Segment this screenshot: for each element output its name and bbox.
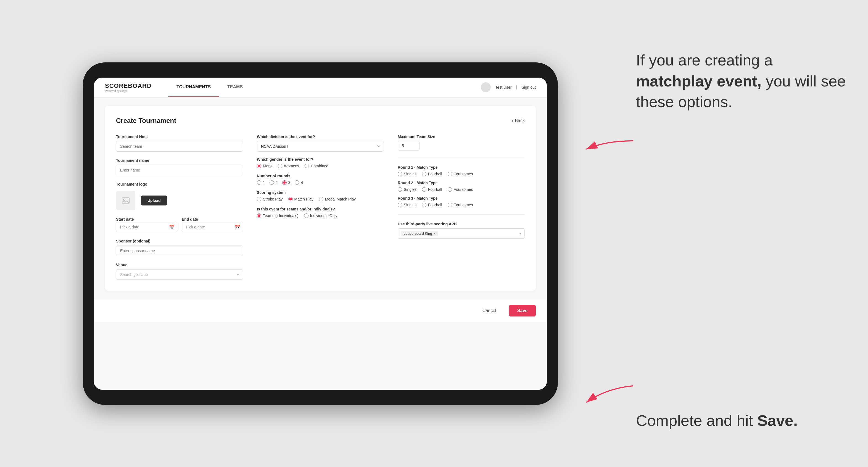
sign-out-link[interactable]: Sign out <box>522 85 536 90</box>
individuals-option[interactable]: Individuals Only <box>304 214 338 218</box>
scoring-match[interactable]: Match Play <box>288 197 313 201</box>
logo-placeholder <box>116 191 135 210</box>
division-group: Which division is the event for? NCAA Di… <box>257 134 384 152</box>
division-label: Which division is the event for? <box>257 134 384 139</box>
form-left-section: Tournament Host Tournament name Tourname… <box>116 134 243 280</box>
scoring-medal[interactable]: Medal Match Play <box>319 197 356 201</box>
round-2[interactable]: 2 <box>270 180 278 185</box>
round-1[interactable]: 1 <box>257 180 265 185</box>
form-middle-section: Which division is the event for? NCAA Di… <box>257 134 384 280</box>
max-team-group: Maximum Team Size <box>398 134 525 151</box>
cancel-button[interactable]: Cancel <box>474 305 504 316</box>
sponsor-group: Sponsor (optional) <box>116 239 243 256</box>
round1-singles[interactable]: Singles <box>398 172 416 176</box>
upload-button[interactable]: Upload <box>141 195 167 206</box>
tournament-logo-group: Tournament logo <box>116 182 243 210</box>
arrow-bottom-annotation <box>578 380 639 409</box>
teams-option[interactable]: Teams (+Individuals) <box>257 214 299 218</box>
round1-options: Singles Fourball Foursomes <box>398 172 525 176</box>
round-4[interactable]: 4 <box>295 180 303 185</box>
logo-sub: Powered by clippit <box>105 90 152 93</box>
annotation-right: If you are creating a matchplay event, y… <box>636 50 851 113</box>
teams-label: Is this event for Teams and/or Individua… <box>257 207 384 211</box>
end-date-label: End date <box>182 217 198 221</box>
page-content: Create Tournament ‹ Back Tournament Host <box>94 97 547 390</box>
start-date-input[interactable] <box>116 222 177 232</box>
form-title: Create Tournament <box>116 117 176 125</box>
start-date-group: Start date 📅 <box>116 217 177 232</box>
max-team-input[interactable] <box>398 141 420 151</box>
user-avatar <box>481 82 491 92</box>
venue-placeholder: Search golf club <box>120 272 148 277</box>
save-button[interactable]: Save <box>509 305 536 316</box>
gender-womens[interactable]: Womens <box>278 164 299 168</box>
scoring-stroke[interactable]: Stroke Play <box>257 197 283 201</box>
calendar-icon-end: 📅 <box>235 224 240 229</box>
svg-point-1 <box>123 199 125 200</box>
api-select[interactable]: Leaderboard King × ▾ <box>398 228 525 239</box>
scoring-radio-group: Stroke Play Match Play Medal Match Play <box>257 197 384 201</box>
division-select[interactable]: NCAA Division I <box>257 141 384 152</box>
date-row: Start date 📅 End date <box>116 217 243 232</box>
tournament-host-input[interactable] <box>116 141 243 152</box>
logo-text: SCOREBOARD <box>105 82 152 90</box>
calendar-icon: 📅 <box>169 224 175 229</box>
max-team-label: Maximum Team Size <box>398 134 525 139</box>
arrow-right-annotation <box>578 135 639 156</box>
round1-foursomes[interactable]: Foursomes <box>448 172 473 176</box>
logo-upload-area: Upload <box>116 191 243 210</box>
create-tournament-form: Create Tournament ‹ Back Tournament Host <box>105 106 536 291</box>
api-label: Use third-party live scoring API? <box>398 222 525 226</box>
api-chevron-icon: ▾ <box>519 231 521 236</box>
annotation-bottom-bold: Save. <box>757 412 798 429</box>
venue-group: Venue Search golf club ▾ <box>116 262 243 280</box>
round3-foursomes[interactable]: Foursomes <box>448 203 473 207</box>
date-group: Start date 📅 End date <box>116 217 243 232</box>
tournament-host-group: Tournament Host <box>116 134 243 152</box>
tournament-logo-label: Tournament logo <box>116 182 243 186</box>
annotation-text-1: If you are creating a <box>636 51 773 69</box>
annotation-bottom: Complete and hit Save. <box>636 410 851 431</box>
tournament-name-group: Tournament name <box>116 158 243 175</box>
back-button[interactable]: ‹ Back <box>512 118 525 123</box>
round3-group: Round 3 - Match Type Singles Fourball <box>398 196 525 207</box>
api-tag-remove[interactable]: × <box>434 231 436 236</box>
round1-group: Round 1 - Match Type Singles Fourball <box>398 165 525 176</box>
nav-link-tournaments[interactable]: TOURNAMENTS <box>168 77 219 97</box>
user-info: Test User <box>495 85 512 90</box>
sponsor-input[interactable] <box>116 246 243 256</box>
round3-fourball[interactable]: Fourball <box>422 203 442 207</box>
round1-fourball[interactable]: Fourball <box>422 172 442 176</box>
rounds-label: Number of rounds <box>257 174 384 178</box>
venue-select[interactable]: Search golf club ▾ <box>116 269 243 280</box>
round-3[interactable]: 3 <box>282 180 290 185</box>
venue-chevron-icon: ▾ <box>237 272 239 277</box>
nav-link-teams[interactable]: TEAMS <box>219 77 251 97</box>
chevron-left-icon: ‹ <box>512 118 513 123</box>
round2-singles[interactable]: Singles <box>398 187 416 192</box>
rounds-radio-group: 1 2 3 <box>257 180 384 185</box>
gender-combined[interactable]: Combined <box>305 164 329 168</box>
tournament-name-label: Tournament name <box>116 158 243 163</box>
tournament-name-input[interactable] <box>116 165 243 175</box>
start-date-label: Start date <box>116 217 134 221</box>
logo-area: SCOREBOARD Powered by clippit <box>105 82 152 93</box>
round2-options: Singles Fourball Foursomes <box>398 187 525 192</box>
round2-fourball[interactable]: Fourball <box>422 187 442 192</box>
venue-label: Venue <box>116 262 243 267</box>
round1-label: Round 1 - Match Type <box>398 165 525 169</box>
form-footer: Cancel Save <box>94 299 547 322</box>
rounds-group: Number of rounds 1 2 <box>257 174 384 185</box>
end-date-wrap: 📅 <box>182 222 243 232</box>
gender-group: Which gender is the event for? Mens Wome… <box>257 157 384 168</box>
nav-links: TOURNAMENTS TEAMS <box>168 77 481 97</box>
round2-foursomes[interactable]: Foursomes <box>448 187 473 192</box>
gender-mens[interactable]: Mens <box>257 164 272 168</box>
end-date-input[interactable] <box>182 222 243 232</box>
nav-right: Test User | Sign out <box>481 82 536 92</box>
round2-label: Round 2 - Match Type <box>398 181 525 185</box>
annotation-bold-1: matchplay event, <box>636 72 762 90</box>
gender-radio-group: Mens Womens Combined <box>257 164 384 168</box>
round3-singles[interactable]: Singles <box>398 203 416 207</box>
sponsor-label: Sponsor (optional) <box>116 239 243 243</box>
